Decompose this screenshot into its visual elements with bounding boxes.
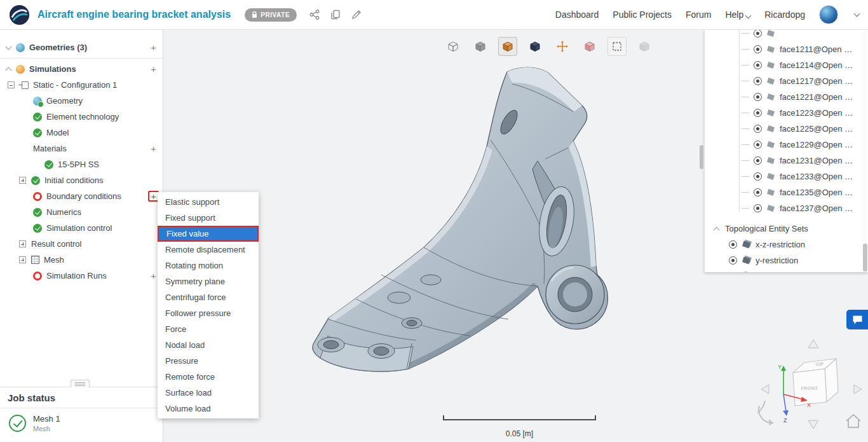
- face-list-item[interactable]: face1221@Open …: [705, 89, 868, 105]
- caret-down-icon[interactable]: [854, 11, 860, 17]
- rotate-right-arrow[interactable]: [854, 385, 862, 394]
- eye-icon[interactable]: [754, 172, 762, 181]
- eye-icon[interactable]: [754, 30, 762, 38]
- nav-public-projects[interactable]: Public Projects: [613, 10, 672, 20]
- sidebar-item-element-technology[interactable]: Element technology: [0, 109, 163, 125]
- sidebar-item-geometry[interactable]: Geometry: [0, 93, 163, 109]
- face-list-item[interactable]: face1223@Open …: [705, 105, 868, 121]
- eye-icon[interactable]: [729, 240, 737, 249]
- sidebar-item-result-control[interactable]: Result control: [0, 236, 163, 252]
- face-list-item[interactable]: [705, 30, 868, 41]
- rotate-left-arrow[interactable]: [761, 385, 769, 394]
- entity-set-item[interactable]: [705, 268, 868, 272]
- nav-dashboard[interactable]: Dashboard: [555, 10, 599, 20]
- view-cube[interactable]: FRONT TOP Y X Z: [756, 336, 868, 432]
- sidebar-item-simulation-runs[interactable]: Simulation Runs: [0, 268, 163, 284]
- scrollbar-track[interactable]: [862, 30, 867, 272]
- chevron-down-icon[interactable]: [6, 43, 12, 50]
- face-list-item[interactable]: face1231@Open …: [705, 153, 868, 169]
- expand-box-icon[interactable]: [19, 177, 26, 184]
- eye-icon[interactable]: [754, 141, 762, 149]
- topological-entity-sets-header[interactable]: Topological Entity Sets: [705, 221, 868, 237]
- menu-item[interactable]: Symmetry plane: [158, 273, 259, 289]
- face-list-item[interactable]: face1233@Open …: [705, 169, 868, 184]
- section-label: Topological Entity Sets: [725, 224, 808, 233]
- menu-item[interactable]: Volume load: [158, 401, 259, 417]
- menu-item[interactable]: Elastic support: [158, 194, 259, 210]
- sidebar-item-geometries[interactable]: Geometries (3): [0, 39, 163, 55]
- menu-item[interactable]: Pressure: [158, 353, 259, 369]
- sidebar-item-initial-conditions[interactable]: Initial conditions: [0, 172, 163, 188]
- collapse-box-icon[interactable]: [8, 81, 15, 88]
- entity-set-item[interactable]: x-z-restriction: [705, 237, 868, 252]
- sidebar-item-simulation-control[interactable]: Simulation control: [0, 220, 163, 236]
- menu-item[interactable]: Centrifugal force: [158, 289, 259, 305]
- eye-icon[interactable]: [754, 125, 762, 133]
- face-list-item[interactable]: face1211@Open …: [705, 41, 868, 57]
- face-list-item[interactable]: face1225@Open …: [705, 121, 868, 137]
- sidebar-item-static-configuration[interactable]: Static - Configuration 1: [0, 77, 163, 93]
- nav-username[interactable]: Ricardopg: [764, 10, 805, 20]
- sidebar-item-material-15-5ph-ss[interactable]: 15-5PH SS: [0, 156, 163, 172]
- rotate-view-icon[interactable]: [757, 401, 773, 425]
- share-icon[interactable]: [309, 10, 320, 20]
- app-logo-icon[interactable]: [9, 4, 30, 25]
- menu-item[interactable]: Nodal load: [158, 337, 259, 353]
- eye-icon[interactable]: [729, 256, 737, 265]
- rotate-up-arrow[interactable]: [808, 340, 818, 348]
- face-list-item[interactable]: face1235@Open …: [705, 184, 868, 200]
- eye-icon[interactable]: [754, 156, 762, 165]
- sidebar-item-simulations[interactable]: Simulations: [0, 61, 163, 77]
- menu-item[interactable]: Rotating motion: [158, 258, 259, 273]
- entity-set-item[interactable]: y-restriction: [705, 252, 868, 268]
- eye-icon[interactable]: [754, 93, 762, 101]
- add-geometry-button[interactable]: [148, 42, 159, 53]
- sidebar-collapse-handle[interactable]: [71, 380, 90, 387]
- face-list-item[interactable]: face1214@Open …: [705, 57, 868, 73]
- sidebar-item-label: Geometries (3): [29, 43, 87, 52]
- eye-icon[interactable]: [754, 61, 762, 69]
- avatar[interactable]: [819, 5, 838, 24]
- eye-icon[interactable]: [754, 204, 762, 212]
- nav-help[interactable]: Help: [725, 10, 750, 20]
- entity-set-label: x-z-restriction: [756, 240, 805, 249]
- face-list-item[interactable]: face1217@Open …: [705, 73, 868, 89]
- add-material-button[interactable]: [148, 143, 159, 154]
- menu-item-selected[interactable]: Fixed value: [158, 226, 259, 242]
- menu-item[interactable]: Force: [158, 321, 259, 337]
- sidebar-item-mesh[interactable]: Mesh: [0, 252, 163, 268]
- job-status-item[interactable]: Mesh 1 Mesh: [0, 408, 163, 432]
- scrollbar-thumb[interactable]: [700, 145, 703, 169]
- menu-item[interactable]: Remote force: [158, 369, 259, 385]
- copy-icon[interactable]: [330, 10, 341, 20]
- face-label: face1235@Open …: [780, 188, 853, 197]
- menu-item[interactable]: Remote displacement: [158, 242, 259, 258]
- add-simulation-button[interactable]: [148, 64, 159, 74]
- menu-item[interactable]: Follower pressure: [158, 305, 259, 321]
- sidebar-item-numerics[interactable]: Numerics: [0, 204, 163, 220]
- eye-icon[interactable]: [754, 109, 762, 117]
- scrollbar-thumb[interactable]: [863, 244, 867, 272]
- face-list-item[interactable]: face1229@Open …: [705, 137, 868, 153]
- eye-icon[interactable]: [754, 77, 762, 85]
- sidebar-item-boundary-conditions[interactable]: Boundary conditions: [0, 188, 163, 204]
- face-list-item[interactable]: face1237@Open …: [705, 200, 868, 216]
- eye-icon[interactable]: [754, 45, 762, 53]
- sidebar-item-model[interactable]: Model: [0, 125, 163, 141]
- rotate-down-arrow[interactable]: [808, 420, 818, 429]
- eye-icon[interactable]: [754, 188, 762, 197]
- expand-box-icon[interactable]: [19, 240, 26, 247]
- chevron-up-icon[interactable]: [714, 227, 720, 233]
- axis-z-label: Z: [783, 417, 787, 424]
- edit-icon[interactable]: [351, 10, 362, 20]
- menu-item[interactable]: Surface load: [158, 385, 259, 401]
- menu-item[interactable]: Fixed support: [158, 210, 259, 226]
- sidebar-item-materials[interactable]: Materials: [0, 141, 163, 156]
- nav-cube-front-label: FRONT: [801, 386, 818, 390]
- home-icon[interactable]: [846, 415, 860, 427]
- chevron-up-icon[interactable]: [6, 67, 12, 74]
- nav-forum[interactable]: Forum: [686, 10, 711, 20]
- face-label: face1231@Open …: [780, 156, 853, 165]
- chat-button[interactable]: [846, 310, 868, 329]
- expand-box-icon[interactable]: [19, 256, 26, 263]
